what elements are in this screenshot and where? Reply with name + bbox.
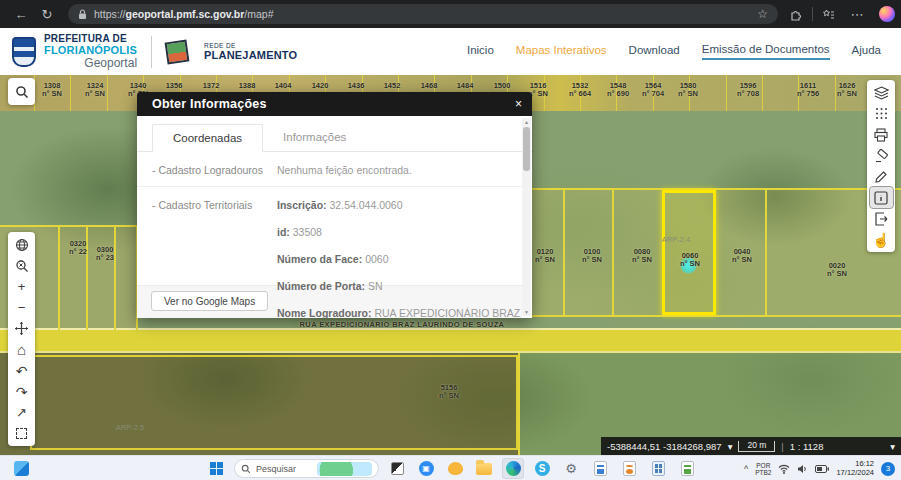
zoom-box-button[interactable] [10, 255, 33, 276]
parcel-label: 0320n° 22 [69, 240, 87, 256]
parcel-label: 0060n° SN [680, 252, 700, 268]
draw-button[interactable] [870, 166, 893, 187]
parcel-label: 1532n° 664 [569, 82, 591, 98]
language-indicator[interactable]: PORPTB2 [755, 462, 771, 476]
pet-app-icon [448, 462, 463, 475]
parcel-label: 1468 [421, 82, 438, 90]
export-button[interactable] [870, 208, 893, 229]
pencil-icon [874, 170, 888, 184]
skype-icon: S [535, 461, 550, 476]
home-extent-button[interactable]: ⌂ [10, 339, 33, 360]
edge-browser-button[interactable] [502, 458, 524, 479]
parcel-label: 1388 [239, 82, 256, 90]
map-tools-toolbar: ☝ [867, 80, 895, 252]
tray-expand-icon[interactable]: ^ [744, 464, 748, 474]
scale-ratio: 1 : 1128 [790, 441, 824, 452]
taskbar-search[interactable]: Pesquisar [234, 459, 379, 478]
scroll-up-icon[interactable]: ▲ [524, 118, 529, 126]
favorite-star-icon[interactable]: ☆ [757, 7, 768, 21]
full-extent-button[interactable]: ↗ [10, 402, 33, 423]
map-search-button[interactable] [8, 78, 35, 105]
dialog-header[interactable]: Obter Informações × [137, 92, 532, 116]
parcel-line [0, 225, 137, 227]
skype-button[interactable]: S [531, 458, 553, 479]
prefeitura-logo[interactable]: PREFEITURA DE FLORIANÓPOLIS Geoportal [0, 33, 137, 70]
parcel-line [520, 315, 901, 317]
writer-button[interactable] [589, 458, 611, 479]
address-bar[interactable]: https://geoportal.pmf.sc.gov.br/map# ☆ [68, 4, 778, 24]
back-icon[interactable]: ← [8, 4, 34, 24]
nav-ajuda[interactable]: Ajuda [852, 44, 881, 59]
volume-icon[interactable] [797, 464, 808, 474]
divider [812, 7, 813, 21]
field-nome-logradouro: Nome Logradouro: RUA EXPEDICIONÁRIO BRAZ [277, 307, 520, 318]
parcel-line [835, 75, 836, 111]
select-area-button[interactable] [10, 423, 33, 444]
chat-button[interactable]: ▣ [415, 458, 437, 479]
scrollbar-thumb[interactable] [523, 127, 530, 171]
collections-icon[interactable] [822, 8, 835, 21]
file-explorer-button[interactable] [473, 458, 495, 479]
parcel-label: 1452 [384, 82, 401, 90]
app-pet-button[interactable] [444, 458, 466, 479]
parcel-label: 1324n° SN [85, 82, 105, 98]
copilot-profile-icon[interactable] [879, 6, 895, 22]
logo-line1: PREFEITURA DE [44, 33, 137, 44]
widgets-icon [14, 461, 29, 476]
menu-more-icon[interactable]: ⋯ [844, 4, 870, 24]
calculator-button[interactable] [647, 458, 669, 479]
parcel-label: 1420 [312, 82, 329, 90]
settings-button[interactable]: ⚙ [560, 458, 582, 479]
calc-button[interactable] [676, 458, 698, 479]
rede-planejamento-logo[interactable]: REDE DE PLANEJAMENTO [166, 41, 297, 63]
basemap-button[interactable] [870, 103, 893, 124]
tab-informacoes[interactable]: Informações [263, 124, 366, 151]
gear-icon: ⚙ [565, 461, 577, 476]
printer-icon [874, 128, 888, 142]
parcel-label: 1626n° SN [837, 82, 857, 98]
start-button[interactable] [205, 458, 227, 479]
task-view-button[interactable] [386, 458, 408, 479]
pan-button[interactable] [10, 318, 33, 339]
globe-button[interactable] [10, 234, 33, 255]
nav-inicio[interactable]: Inicio [467, 44, 494, 59]
search-placeholder: Pesquisar [256, 464, 312, 474]
print-button[interactable] [870, 124, 893, 145]
scale-dropdown-icon[interactable]: ▾ [890, 441, 895, 452]
previous-extent-button[interactable]: ↶ [10, 360, 33, 381]
parcel-line [58, 225, 60, 330]
pan-hand-button[interactable]: ☝ [870, 229, 893, 250]
close-icon[interactable]: × [515, 97, 522, 111]
nav-emissao-documentos[interactable]: Emissão de Documentos [702, 43, 830, 60]
battery-icon[interactable] [815, 465, 829, 473]
scroll-down-icon[interactable]: ▼ [524, 308, 529, 316]
nav-mapas-interativos[interactable]: Mapas Interativos [516, 44, 607, 59]
identify-button[interactable] [870, 187, 893, 208]
parcel-label: 1611n° 756 [797, 82, 819, 98]
next-extent-button[interactable]: ↷ [10, 381, 33, 402]
parcel-line [762, 75, 763, 111]
parcel-label: 0040n° SN [732, 248, 752, 264]
google-maps-button[interactable]: Ver no Google Maps [151, 291, 268, 311]
tab-coordenadas[interactable]: Coordenadas [152, 124, 263, 152]
chat-icon: ▣ [419, 461, 434, 476]
zoom-in-button[interactable]: + [10, 276, 33, 297]
writer-doc-icon [594, 461, 607, 476]
zoom-out-button[interactable]: − [10, 297, 33, 318]
layers-button[interactable] [870, 82, 893, 103]
notification-badge[interactable]: 3 [881, 462, 895, 476]
impress-button[interactable] [618, 458, 640, 479]
extensions-icon[interactable] [790, 8, 803, 21]
parcel-label: 1548n° 690 [607, 82, 629, 98]
widgets-button[interactable] [8, 459, 34, 478]
field-inscricao: Inscrição: 32.54.044.0060 [277, 199, 520, 211]
wifi-icon[interactable] [778, 464, 790, 474]
dialog-tabs: Coordenadas Informações [137, 116, 532, 152]
coords-dropdown-icon[interactable]: ▾ [728, 441, 733, 452]
nav-download[interactable]: Download [629, 44, 680, 59]
dialog-scrollbar[interactable]: ▲ ▼ [522, 118, 531, 316]
refresh-icon[interactable]: ↻ [34, 4, 60, 24]
clock[interactable]: 16:1217/12/2024 [836, 460, 874, 477]
field-id: id: 33508 [277, 226, 520, 238]
measure-button[interactable] [870, 145, 893, 166]
